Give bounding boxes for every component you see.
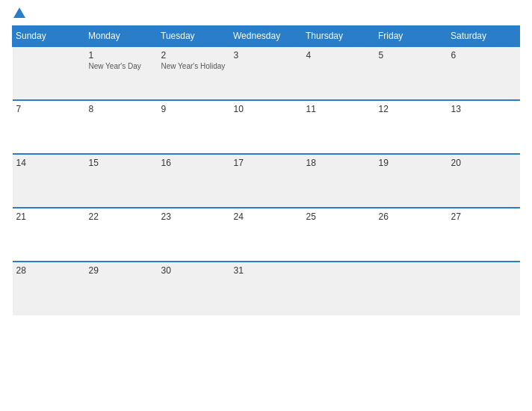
day-number: 28 xyxy=(16,265,81,276)
week-row-1: 78910111213 xyxy=(13,100,520,154)
holiday-name: New Year's Day xyxy=(89,62,154,70)
calendar-cell: 1New Year's Day xyxy=(85,46,158,100)
holiday-name: New Year's Holiday xyxy=(161,62,226,70)
weekday-header-row: SundayMondayTuesdayWednesdayThursdayFrid… xyxy=(13,26,520,47)
calendar-cell: 7 xyxy=(13,100,85,154)
day-number: 25 xyxy=(306,211,371,222)
day-number: 8 xyxy=(89,104,154,114)
calendar-cell: 4 xyxy=(303,46,375,100)
day-number: 29 xyxy=(89,265,154,276)
week-row-2: 14151617181920 xyxy=(13,154,520,208)
day-number: 20 xyxy=(451,158,516,168)
calendar-cell xyxy=(303,262,375,315)
day-number: 14 xyxy=(16,158,81,168)
day-number: 7 xyxy=(16,104,81,114)
day-number: 11 xyxy=(306,104,371,114)
day-number: 3 xyxy=(234,50,299,61)
week-row-4: 28293031 xyxy=(13,262,520,315)
calendar-container: SundayMondayTuesdayWednesdayThursdayFrid… xyxy=(0,0,532,411)
day-number: 16 xyxy=(161,158,226,168)
day-number: 19 xyxy=(379,158,444,168)
calendar-table: SundayMondayTuesdayWednesdayThursdayFrid… xyxy=(12,25,520,315)
calendar-cell: 22 xyxy=(85,208,158,262)
calendar-cell: 11 xyxy=(303,100,375,154)
week-row-3: 21222324252627 xyxy=(13,208,520,262)
day-number: 5 xyxy=(379,50,444,61)
calendar-cell: 20 xyxy=(448,154,520,208)
logo-text xyxy=(12,7,25,19)
day-number: 27 xyxy=(451,211,516,222)
calendar-cell: 18 xyxy=(303,154,375,208)
day-number: 12 xyxy=(379,104,444,114)
calendar-header xyxy=(12,7,520,19)
calendar-cell: 16 xyxy=(158,154,230,208)
weekday-header-tuesday: Tuesday xyxy=(158,26,230,47)
day-number: 30 xyxy=(161,265,226,276)
day-number: 18 xyxy=(306,158,371,168)
weekday-header-wednesday: Wednesday xyxy=(230,26,303,47)
calendar-cell: 31 xyxy=(230,262,303,315)
weekday-header-sunday: Sunday xyxy=(13,26,85,47)
calendar-cell: 14 xyxy=(13,154,85,208)
calendar-cell: 29 xyxy=(85,262,158,315)
calendar-cell: 8 xyxy=(85,100,158,154)
day-number: 4 xyxy=(306,50,371,61)
day-number: 21 xyxy=(16,211,81,222)
day-number: 1 xyxy=(89,50,154,61)
day-number: 15 xyxy=(89,158,154,168)
weekday-header-friday: Friday xyxy=(375,26,448,47)
calendar-cell: 21 xyxy=(13,208,85,262)
logo-triangle-icon xyxy=(13,7,25,18)
calendar-cell: 25 xyxy=(303,208,375,262)
calendar-cell: 19 xyxy=(375,154,448,208)
calendar-cell: 2New Year's Holiday xyxy=(158,46,230,100)
calendar-cell: 23 xyxy=(158,208,230,262)
calendar-cell: 30 xyxy=(158,262,230,315)
calendar-tbody: 1New Year's Day2New Year's Holiday345678… xyxy=(13,46,520,315)
calendar-cell: 10 xyxy=(230,100,303,154)
calendar-cell: 9 xyxy=(158,100,230,154)
calendar-cell: 12 xyxy=(375,100,448,154)
calendar-cell: 27 xyxy=(448,208,520,262)
week-row-0: 1New Year's Day2New Year's Holiday3456 xyxy=(13,46,520,100)
calendar-cell xyxy=(375,262,448,315)
calendar-cell: 24 xyxy=(230,208,303,262)
day-number: 31 xyxy=(234,265,299,276)
day-number: 2 xyxy=(161,50,226,61)
weekday-header-saturday: Saturday xyxy=(448,26,520,47)
calendar-cell: 28 xyxy=(13,262,85,315)
calendar-cell: 15 xyxy=(85,154,158,208)
day-number: 10 xyxy=(234,104,299,114)
day-number: 9 xyxy=(161,104,226,114)
calendar-cell: 17 xyxy=(230,154,303,208)
day-number: 17 xyxy=(234,158,299,168)
day-number: 24 xyxy=(234,211,299,222)
weekday-header-monday: Monday xyxy=(85,26,158,47)
day-number: 22 xyxy=(89,211,154,222)
day-number: 26 xyxy=(379,211,444,222)
calendar-thead: SundayMondayTuesdayWednesdayThursdayFrid… xyxy=(13,26,520,47)
logo xyxy=(12,7,25,19)
day-number: 6 xyxy=(451,50,516,61)
calendar-cell: 5 xyxy=(375,46,448,100)
calendar-cell: 26 xyxy=(375,208,448,262)
calendar-cell: 3 xyxy=(230,46,303,100)
day-number: 23 xyxy=(161,211,226,222)
calendar-cell xyxy=(448,262,520,315)
day-number: 13 xyxy=(451,104,516,114)
calendar-cell: 13 xyxy=(448,100,520,154)
weekday-header-thursday: Thursday xyxy=(303,26,375,47)
calendar-cell xyxy=(13,46,85,100)
calendar-cell: 6 xyxy=(448,46,520,100)
